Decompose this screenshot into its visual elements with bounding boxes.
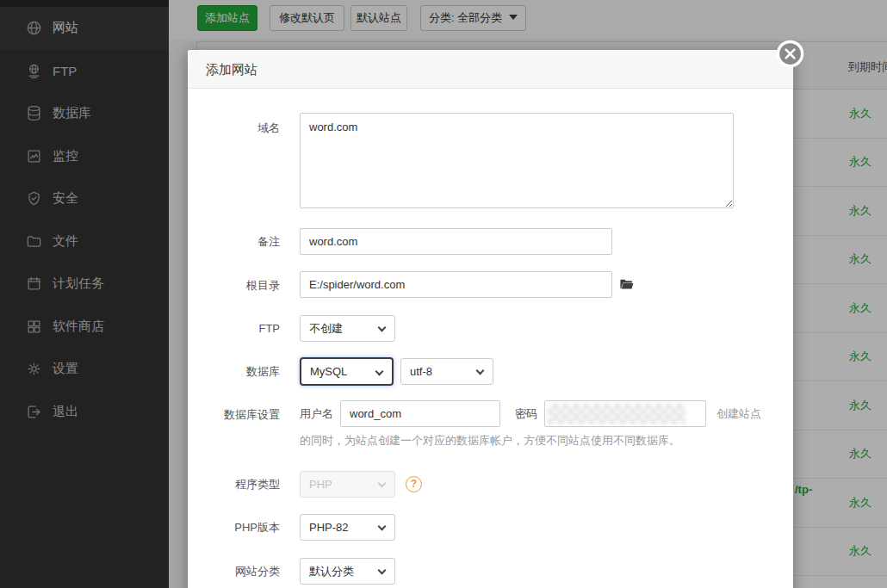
- modal-body: 域名 word.com 备注 根目录 FTP 不创建: [188, 89, 793, 585]
- root-label: 根目录: [206, 271, 280, 294]
- database-type-select[interactable]: MySQL: [300, 357, 394, 386]
- note-input[interactable]: [300, 228, 612, 255]
- ftp-row: FTP 不创建: [206, 315, 793, 342]
- db-password-input[interactable]: [544, 400, 706, 427]
- root-path-input[interactable]: [300, 271, 612, 298]
- site-category-select[interactable]: 默认分类: [300, 558, 395, 585]
- database-type-value: MySQL: [310, 365, 347, 378]
- php-version-label: PHP版本: [206, 520, 280, 535]
- ftp-select-value: 不创建: [309, 322, 343, 335]
- chevron-down-icon: [375, 368, 384, 376]
- site-category-row: 网站分类 默认分类: [206, 558, 793, 585]
- domain-label: 域名: [206, 113, 280, 136]
- chevron-down-icon: [378, 566, 387, 575]
- php-version-value: PHP-82: [309, 521, 349, 534]
- php-version-row: PHP版本 PHP-82: [206, 514, 793, 541]
- db-username-input[interactable]: [340, 400, 500, 427]
- db-note-rest: 的同时，为站点创建一个对应的数据库帐户，方便不同站点使用不同数据库。: [300, 433, 761, 449]
- db-username-label: 用户名: [300, 400, 333, 427]
- app-type-label: 程序类型: [206, 477, 280, 492]
- password-censored-blur: [548, 404, 685, 424]
- charset-value: utf-8: [410, 365, 432, 378]
- modal-title: 添加网站: [188, 50, 793, 89]
- db-password-label: 密码: [515, 400, 537, 427]
- domain-textarea[interactable]: word.com: [300, 113, 734, 208]
- page: 网站 FTP 数据库 监控 安全 文件 计划任务 软件商店: [0, 0, 887, 588]
- add-website-modal: 添加网站 域名 word.com 备注 根目录 FTP 不创: [188, 50, 793, 588]
- chevron-down-icon: [378, 523, 387, 531]
- db-settings-label: 数据库设置: [206, 400, 280, 423]
- php-version-select[interactable]: PHP-82: [300, 514, 395, 541]
- note-row: 备注: [206, 228, 793, 255]
- domain-row: 域名 word.com: [206, 113, 793, 208]
- site-category-value: 默认分类: [309, 565, 354, 578]
- db-settings-fields: 用户名 密码 创建站点 的同时，为站点创建一个对应的数据库帐户，方便不同站点使用…: [300, 400, 761, 449]
- db-credentials-line: 用户名 密码 创建站点: [300, 400, 761, 427]
- chevron-down-icon: [378, 324, 387, 332]
- close-icon[interactable]: [776, 40, 804, 68]
- folder-open-icon[interactable]: [619, 277, 634, 292]
- database-label: 数据库: [206, 364, 280, 380]
- chevron-down-icon: [476, 367, 485, 375]
- site-category-label: 网站分类: [206, 564, 280, 579]
- note-label: 备注: [206, 234, 280, 250]
- db-note-start: 创建站点: [716, 400, 761, 427]
- app-type-select: PHP: [300, 471, 395, 498]
- app-type-row: 程序类型 PHP ?: [206, 471, 793, 498]
- root-row: 根目录: [206, 271, 793, 298]
- ftp-label: FTP: [206, 322, 280, 335]
- database-row: 数据库 MySQL utf-8: [206, 357, 793, 386]
- charset-select[interactable]: utf-8: [400, 358, 493, 385]
- app-type-value: PHP: [309, 478, 332, 491]
- ftp-select[interactable]: 不创建: [300, 315, 395, 342]
- db-settings-row: 数据库设置 用户名 密码 创建站点 的同时，为站点创建一个对应的数据库帐户，方便…: [206, 400, 793, 449]
- modal-header: 添加网站: [188, 50, 793, 89]
- help-question-icon[interactable]: ?: [406, 476, 422, 492]
- chevron-down-icon: [378, 480, 387, 488]
